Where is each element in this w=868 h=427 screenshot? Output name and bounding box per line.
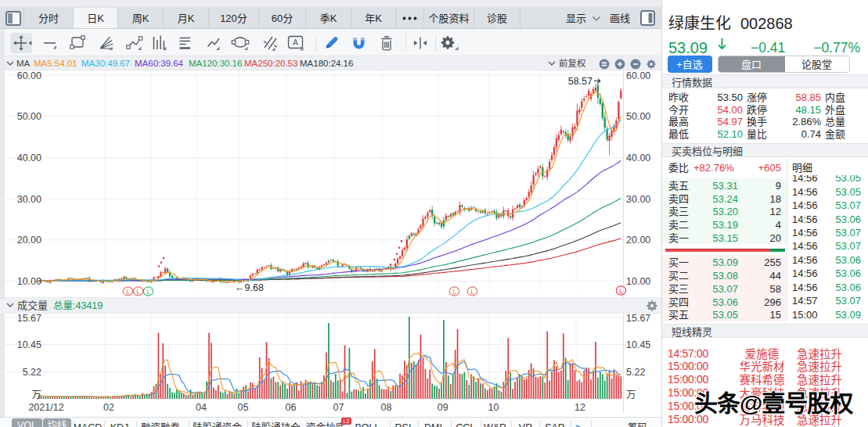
svg-text:10.00: 10.00	[626, 273, 650, 288]
svg-text:5.22: 5.22	[23, 364, 41, 379]
svg-text:15.67: 15.67	[17, 310, 41, 325]
svg-text:万: 万	[626, 386, 636, 401]
svg-text:L: L	[470, 286, 474, 296]
svg-text:A: A	[293, 36, 298, 48]
svg-text:12: 12	[574, 399, 585, 414]
svg-text:08: 08	[380, 399, 391, 414]
svg-text:40.00: 40.00	[17, 149, 41, 164]
svg-text:58.57: 58.57	[568, 73, 592, 88]
svg-text:09: 09	[438, 399, 448, 414]
svg-text:40.00: 40.00	[626, 149, 650, 164]
svg-text:60.00: 60.00	[626, 70, 650, 82]
svg-text:30.00: 30.00	[17, 191, 41, 206]
svg-text:05: 05	[238, 399, 249, 414]
svg-text:2021/12: 2021/12	[28, 399, 63, 414]
svg-text:07: 07	[333, 399, 344, 414]
svg-text:L: L	[126, 286, 130, 296]
svg-text:总量:43419: 总量:43419	[53, 297, 103, 312]
svg-text:04: 04	[196, 399, 207, 414]
svg-text:10: 10	[488, 399, 499, 414]
svg-text:10.45: 10.45	[17, 336, 41, 351]
svg-text:20.00: 20.00	[17, 231, 41, 246]
svg-text:L: L	[452, 286, 456, 296]
svg-text:60.00: 60.00	[17, 70, 41, 82]
svg-text:←9.68: ←9.68	[235, 279, 264, 294]
svg-text:30.00: 30.00	[626, 191, 650, 206]
svg-text:15.67: 15.67	[626, 310, 650, 325]
svg-text:L: L	[146, 286, 150, 296]
svg-text:L: L	[619, 285, 623, 295]
svg-text:06: 06	[286, 399, 297, 414]
svg-text:10.00: 10.00	[17, 273, 41, 288]
svg-text:L: L	[136, 286, 140, 296]
svg-text:50.00: 50.00	[17, 108, 41, 123]
svg-text:02: 02	[103, 399, 114, 414]
svg-text:50.00: 50.00	[626, 108, 650, 123]
svg-text:10.45: 10.45	[626, 336, 650, 351]
svg-text:5.22: 5.22	[626, 364, 645, 379]
svg-text:20.00: 20.00	[626, 231, 650, 246]
